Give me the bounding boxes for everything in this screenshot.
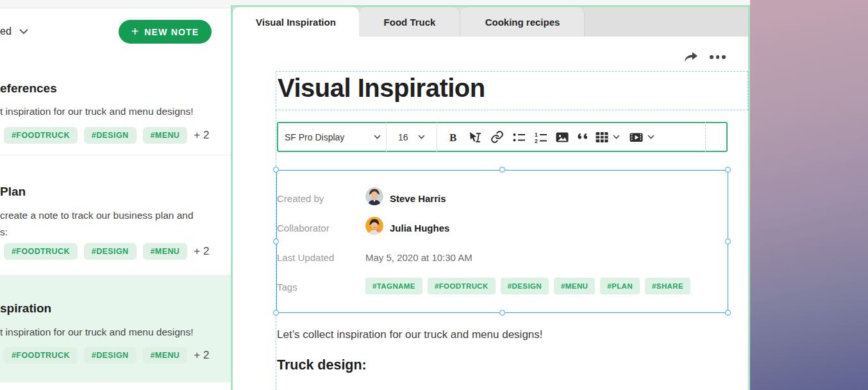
sort-filter-label: ed xyxy=(0,26,12,37)
selection-handle[interactable] xyxy=(499,167,505,173)
tag-pill[interactable]: #TAGNAME xyxy=(365,278,422,294)
insert-table-button[interactable] xyxy=(595,131,620,144)
note-item-title: eferences xyxy=(0,81,57,96)
bullet-list-button[interactable] xyxy=(508,126,530,148)
new-note-label: NEW NOTE xyxy=(144,27,199,37)
text-select-button[interactable] xyxy=(464,126,486,148)
note-item-tags: #FOODTRUCK #DESIGN #MENU + 2 xyxy=(4,127,209,144)
more-tags-count[interactable]: + 2 xyxy=(194,129,209,142)
font-family-value: SF Pro Display xyxy=(285,132,344,142)
svg-text:B: B xyxy=(449,131,456,144)
link-icon xyxy=(490,130,504,144)
tag-pill[interactable]: #DESIGN xyxy=(84,243,137,260)
numbered-list-button[interactable]: 12 xyxy=(530,126,551,148)
svg-text:1: 1 xyxy=(535,131,538,138)
font-family-select[interactable]: SF Pro Display xyxy=(285,132,381,142)
tag-pill[interactable]: #SHARE xyxy=(645,278,690,294)
last-updated-label: Last Updated xyxy=(277,251,334,265)
image-icon xyxy=(555,131,569,144)
selection-handle[interactable] xyxy=(725,239,731,244)
formatting-toolbar: SF Pro Display 16 B xyxy=(277,122,728,152)
bold-button[interactable]: B xyxy=(442,126,464,148)
tag-pill[interactable]: #FOODTRUCK xyxy=(4,347,78,364)
blockquote-button[interactable] xyxy=(573,126,595,148)
last-updated-value: May 5, 2020 at 10:30 AM xyxy=(365,251,472,265)
sort-filter-dropdown[interactable]: ed xyxy=(0,26,28,37)
blockquote-icon xyxy=(577,131,591,144)
tag-pill[interactable]: #DESIGN xyxy=(84,347,137,364)
chevron-down-icon xyxy=(374,135,381,140)
tab-label: Visual Inspiration xyxy=(256,17,336,28)
insert-image-button[interactable] xyxy=(551,126,573,148)
tags-label: Tags xyxy=(277,280,297,294)
more-options-button[interactable] xyxy=(710,55,726,59)
note-tags-row: #TAGNAME #FOODTRUCK #DESIGN #MENU #PLAN … xyxy=(365,278,690,294)
selection-handle[interactable] xyxy=(499,310,505,316)
numbered-list-icon: 12 xyxy=(534,131,547,144)
text-cursor-icon xyxy=(468,131,482,144)
tab-label: Food Truck xyxy=(384,17,436,28)
note-paragraph[interactable]: Let’s collect inspiration for our truck … xyxy=(277,328,543,341)
chevron-down-icon xyxy=(647,135,655,140)
chevron-down-icon xyxy=(19,29,28,35)
note-title[interactable]: Visual Inspiration xyxy=(278,74,485,103)
video-icon xyxy=(629,131,644,144)
chevron-down-icon xyxy=(418,135,425,140)
selection-guide-line xyxy=(705,122,706,152)
note-tabbar: Visual Inspiration Food Truck Cooking re… xyxy=(233,7,748,37)
note-item-snippet: create a note to track our business plan… xyxy=(0,207,194,224)
bold-icon: B xyxy=(447,131,460,144)
font-size-select[interactable]: 16 xyxy=(392,132,431,142)
sidebar-top-strip xyxy=(0,0,231,8)
created-by-value: Steve Harris xyxy=(390,192,446,206)
tag-pill[interactable]: #FOODTRUCK xyxy=(428,278,496,294)
selection-handle[interactable] xyxy=(273,310,279,316)
note-item-snippet: t inspiration for our truck and menu des… xyxy=(0,103,194,120)
avatar-julia-hughes xyxy=(365,217,383,235)
selection-handle[interactable] xyxy=(725,310,731,316)
tag-pill[interactable]: #MENU xyxy=(143,347,188,364)
avatar-steve-harris xyxy=(365,187,383,205)
link-button[interactable] xyxy=(486,126,508,148)
new-note-button[interactable]: + NEW NOTE xyxy=(119,20,212,44)
selection-handle[interactable] xyxy=(273,167,279,173)
tag-pill[interactable]: #MENU xyxy=(143,127,188,144)
app-window: ed + NEW NOTE eferences t inspiration fo… xyxy=(0,0,868,390)
share-button[interactable] xyxy=(680,50,701,67)
tag-pill[interactable]: #FOODTRUCK xyxy=(4,243,78,260)
note-item-title: spiration xyxy=(0,301,51,316)
tag-pill[interactable]: #MENU xyxy=(554,278,595,294)
more-tags-count[interactable]: + 2 xyxy=(194,245,209,258)
note-heading[interactable]: Truck design: xyxy=(277,357,367,373)
tag-pill[interactable]: #FOODTRUCK xyxy=(4,127,78,144)
divider xyxy=(437,123,437,152)
tag-pill[interactable]: #MENU xyxy=(143,243,188,260)
tag-pill[interactable]: #DESIGN xyxy=(84,127,137,144)
divider xyxy=(0,155,231,155)
tab-visual-inspiration[interactable]: Visual Inspiration xyxy=(233,7,359,37)
more-tags-count[interactable]: + 2 xyxy=(194,349,209,362)
tag-pill[interactable]: #PLAN xyxy=(600,278,640,294)
table-icon xyxy=(595,131,609,144)
dot-icon xyxy=(716,55,720,59)
dot-icon xyxy=(710,55,714,59)
chevron-down-icon xyxy=(613,135,620,140)
tag-pill[interactable]: #DESIGN xyxy=(501,278,549,294)
notes-sidebar: ed + NEW NOTE eferences t inspiration fo… xyxy=(0,0,231,390)
note-item-tags: #FOODTRUCK #DESIGN #MENU + 2 xyxy=(4,243,209,260)
selection-handle[interactable] xyxy=(725,167,731,173)
note-item-tags: #FOODTRUCK #DESIGN #MENU + 2 xyxy=(4,347,209,364)
desktop-wallpaper xyxy=(750,0,868,390)
tab-food-truck[interactable]: Food Truck xyxy=(359,7,460,37)
bullet-list-icon xyxy=(512,131,526,144)
dot-icon xyxy=(722,55,726,59)
note-item-snippet: s: xyxy=(0,224,8,241)
note-title-selection: Visual Inspiration xyxy=(276,71,748,110)
divider xyxy=(386,123,387,152)
insert-video-button[interactable] xyxy=(629,131,655,144)
plus-icon: + xyxy=(131,25,139,38)
selection-handle[interactable] xyxy=(273,239,279,244)
note-item-snippet: t inspiration for our truck and menu des… xyxy=(0,324,194,341)
collaborator-label: Collaborator xyxy=(277,221,330,235)
tab-cooking-recipes[interactable]: Cooking recipes xyxy=(460,7,585,37)
